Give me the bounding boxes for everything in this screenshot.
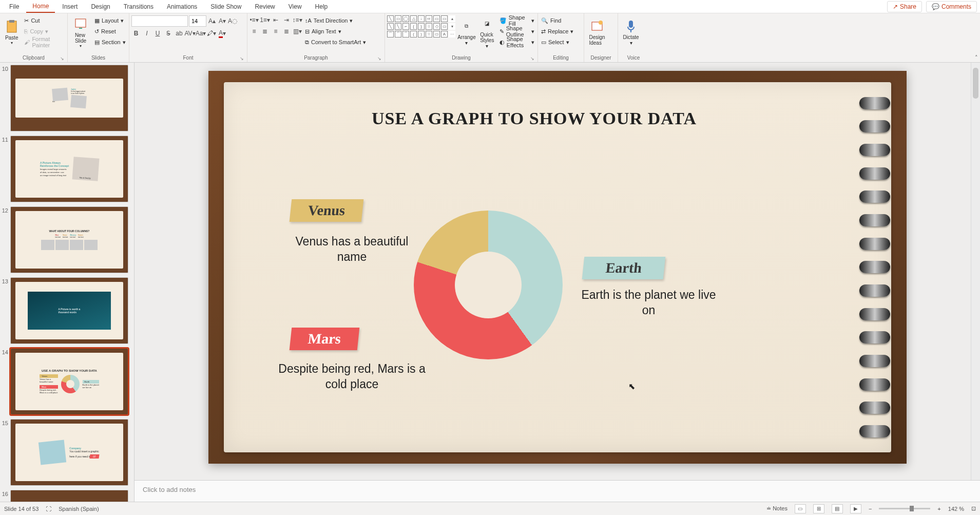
font-color-button[interactable]: A▾ [218,29,227,38]
notes-pane[interactable]: Click to add notes [134,480,980,502]
comments-button[interactable]: 💬Comments [926,1,977,12]
italic-button[interactable]: I [142,29,151,38]
shadow-button[interactable]: ab [175,29,184,38]
thumb-number: 10 [1,65,10,72]
tab-transitions[interactable]: Transitions [118,1,160,12]
section-button[interactable]: ▤Section ▾ [93,37,127,47]
change-case-button[interactable]: Aa▾ [196,29,205,38]
venus-description[interactable]: Venus has a beautiful name [280,234,424,265]
collapse-ribbon-button[interactable]: ˄ [975,54,978,61]
bold-button[interactable]: B [131,29,141,38]
convert-smartart-button[interactable]: ⧉Convert to SmartArt ▾ [304,37,367,47]
tab-view[interactable]: View [282,1,308,12]
slide-thumbnail-10[interactable]: textJupiterIt's the biggest planetin our… [10,65,128,131]
cut-button[interactable]: ✂Cut [23,15,65,26]
clear-formatting-button[interactable]: A◌ [228,16,237,26]
arrange-button[interactable]: ⧉Arrange▾ [457,15,476,49]
tab-design[interactable]: Design [85,1,116,12]
align-center-button[interactable]: ≣ [260,27,270,36]
shape-outline-button[interactable]: ✎Shape Outline ▾ [498,26,535,36]
slide-thumbnail-14[interactable]: USE A GRAPH TO SHOW YOUR DATAVenusVenus … [10,348,128,415]
notes-toggle[interactable]: ≐ Notes [766,505,787,512]
reset-button[interactable]: ↺Reset [93,26,127,36]
zoom-percent[interactable]: 142 % [948,506,964,512]
highlight-button[interactable]: 🖍▾ [207,29,216,38]
earth-label-tape[interactable]: Earth [582,257,665,279]
tab-slideshow[interactable]: Slide Show [204,1,247,12]
zoom-out-button[interactable]: − [869,506,872,512]
find-button[interactable]: 🔍Find [540,15,574,26]
align-text-button[interactable]: ⊟Align Text ▾ [304,26,367,36]
align-left-button[interactable]: ≡ [249,27,259,36]
format-painter-button[interactable]: 🖌Format Painter [23,37,65,47]
layout-button[interactable]: ▦Layout ▾ [93,15,127,26]
spacing-button[interactable]: AV▾ [185,29,195,38]
columns-button[interactable]: ▥▾ [293,27,302,36]
tab-file[interactable]: File [3,1,25,12]
zoom-slider[interactable] [879,508,930,509]
drawing-launcher-icon[interactable]: ↘ [530,56,534,61]
tab-insert[interactable]: Insert [56,1,84,12]
outdent-button[interactable]: ⇤ [271,15,280,25]
underline-button[interactable]: U [153,29,162,38]
align-right-button[interactable]: ≡ [271,27,280,36]
grow-font-button[interactable]: A▴ [207,16,217,26]
replace-button[interactable]: ⇄Replace ▾ [540,26,574,36]
shape-fill-button[interactable]: 🪣Shape Fill ▾ [498,15,535,26]
slide-title[interactable]: USE A GRAPH TO SHOW YOUR DATA [224,109,845,128]
strike-button[interactable]: S̶ [164,29,173,38]
quick-styles-button[interactable]: ◪Quick Styles▾ [478,15,496,49]
slide-thumbnail-13[interactable]: A Picture is worth athousand words [10,277,128,344]
text-direction-button[interactable]: ↕AText Direction ▾ [304,15,367,26]
venus-label-tape[interactable]: Venus [289,199,363,222]
dictate-button[interactable]: Dictate▾ [620,15,642,49]
slide-thumbnail-11[interactable]: A Picture AlwaysReinforces the ConceptIm… [10,136,128,202]
normal-view-button[interactable]: ▭ [795,504,806,513]
line-spacing-button[interactable]: ↕≡▾ [293,15,302,25]
shrink-font-button[interactable]: A▾ [218,16,227,26]
numbering-button[interactable]: 1≡▾ [260,15,270,25]
tab-review[interactable]: Review [248,1,281,12]
donut-chart[interactable] [414,211,563,359]
mars-description[interactable]: Despite being red, Mars is a cold place [275,361,429,392]
bullets-button[interactable]: •≡▾ [249,15,259,25]
accessibility-icon[interactable]: ⛶ [46,506,51,512]
slide-thumbnail-16[interactable]: INFOGRAPHICS MAKE YOUR IDEA UNDERSTANDAB… [10,490,128,502]
paste-button[interactable]: Paste▾ [2,15,21,49]
slide-canvas[interactable]: USE A GRAPH TO SHOW YOUR DATA Venus Venu… [208,71,907,464]
fit-window-button[interactable]: ⊡ [971,505,976,512]
font-launcher-icon[interactable]: ↘ [240,56,244,61]
select-button[interactable]: ▭Select ▾ [540,37,574,47]
justify-button[interactable]: ≣ [282,27,291,36]
slide-thumbnail-15[interactable]: CompanyYou could insert a graphichere if… [10,419,128,486]
copy-button[interactable]: ⎘Copy ▾ [23,26,65,36]
font-name-input[interactable] [131,15,188,27]
language-indicator[interactable]: Spanish (Spain) [59,506,99,512]
fill-icon: 🪣 [499,17,507,24]
copy-icon: ⎘ [24,28,28,34]
clipboard-launcher-icon[interactable]: ↘ [60,56,64,61]
slideshow-view-button[interactable]: ▶ [850,504,861,513]
mars-label-tape[interactable]: Mars [289,328,359,350]
share-button[interactable]: ↗Share [887,1,922,12]
shape-effects-button[interactable]: ◐Shape Effects ▾ [498,37,535,47]
tab-home[interactable]: Home [26,1,55,13]
group-drawing: ╲▭◯△↓⇨▭▭▴ ╲╲⌐{}☆◇▭▾ ⌒⌒⌒()☆▭A⋯ ⧉Arrange▾ … [385,13,538,62]
sorter-view-button[interactable]: ⊞ [813,504,824,513]
canvas-area[interactable]: USE A GRAPH TO SHOW YOUR DATA Venus Venu… [134,63,980,480]
indent-button[interactable]: ⇥ [282,15,291,25]
earth-description[interactable]: Earth is the planet we live on [577,288,721,318]
reading-view-button[interactable]: ▤ [832,504,843,513]
paragraph-launcher-icon[interactable]: ↘ [377,56,381,61]
slide-thumbnails-panel[interactable]: 10textJupiterIt's the biggest planetin o… [0,63,134,502]
slide-thumbnail-12[interactable]: WHAT ABOUT FOUR COLUMNS?Marstext textVen… [10,206,128,273]
thumb-number: 16 [1,490,10,497]
tab-animations[interactable]: Animations [161,1,203,12]
design-ideas-button[interactable]: Design Ideas [586,15,608,49]
vertical-scrollbar[interactable] [971,63,980,480]
tab-help[interactable]: Help [309,1,334,12]
zoom-in-button[interactable]: + [937,506,940,512]
font-size-input[interactable] [189,15,206,27]
new-slide-button[interactable]: New Slide▾ [70,15,91,49]
shape-gallery[interactable]: ╲▭◯△↓⇨▭▭▴ ╲╲⌐{}☆◇▭▾ ⌒⌒⌒()☆▭A⋯ [387,15,455,37]
